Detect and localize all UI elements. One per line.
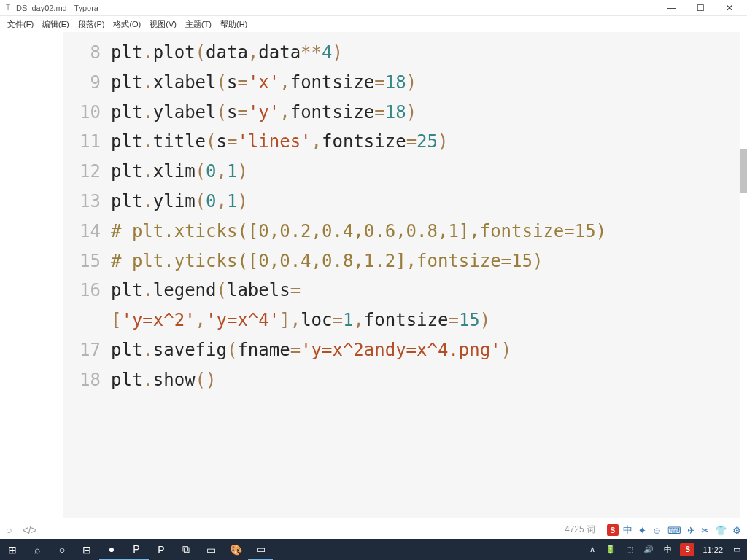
line-number: 9 <box>63 68 111 98</box>
app-icon: T <box>3 3 13 13</box>
taskbar-app-paint[interactable]: 🎨 <box>223 539 248 560</box>
outline-toggle-icon[interactable]: ○ <box>6 524 12 536</box>
code-line-9: 9 plt.xlabel(s='x',fontsize=18) <box>63 68 740 98</box>
start-button[interactable]: ⊞ <box>0 539 25 560</box>
line-number: 14 <box>63 217 111 246</box>
menu-paragraph[interactable]: 段落(P) <box>74 18 109 31</box>
code-line-15: 15 # plt.yticks([0,0.4,0.8,1.2],fontsize… <box>63 246 740 276</box>
tray-clock[interactable]: 11:22 <box>700 539 725 560</box>
line-number: 8 <box>63 38 111 68</box>
ime-emoji-icon[interactable]: ☺ <box>651 525 663 536</box>
search-button[interactable]: ⌕ <box>25 539 50 560</box>
code-line-16: 16 plt.legend(labels=['y=x^2','y=x^4'],l… <box>63 276 740 335</box>
code-line-11: 11 plt.title(s='lines',fontsize=25) <box>63 127 740 157</box>
tray-ime-icon[interactable]: 中 <box>662 539 674 560</box>
line-number: 16 <box>63 276 111 306</box>
maximize-button[interactable]: ☐ <box>686 0 715 16</box>
tray-sogou-icon[interactable]: S <box>680 543 694 556</box>
taskbar-app-chrome[interactable]: ● <box>99 539 124 560</box>
windows-taskbar: ⊞ ⌕ ○ ⊟ ● P P ⧉ ▭ 🎨 ▭ ∧ 🔋 ⬚ 🔊 中 S 11:22 … <box>0 539 747 560</box>
ime-plane-icon[interactable]: ✈ <box>686 525 697 536</box>
tray-overflow-icon[interactable]: ∧ <box>587 539 597 560</box>
code-line-12: 12 plt.xlim(0,1) <box>63 157 740 187</box>
ime-punct-icon[interactable]: ✦ <box>637 525 648 536</box>
line-number: 10 <box>63 98 111 128</box>
code-block[interactable]: 8 plt.plot(data,data**4) 9 plt.xlabel(s=… <box>63 32 740 518</box>
ime-bar: S 中 ✦ ☺ ⌨ ✈ ✂ 👕 ⚙ <box>0 521 747 539</box>
source-mode-icon[interactable]: </> <box>22 524 36 536</box>
titlebar: T DS_day02.md - Typora — ☐ ✕ <box>0 0 747 16</box>
ime-skin-icon[interactable]: 👕 <box>713 525 728 536</box>
line-number: 15 <box>63 246 111 276</box>
taskbar-app-ftp[interactable]: ⧉ <box>174 539 198 560</box>
taskbar-app-pycharm[interactable]: P <box>124 539 149 560</box>
editor-area[interactable]: 8 plt.plot(data,data**4) 9 plt.xlabel(s=… <box>0 32 747 521</box>
tray-battery-icon[interactable]: 🔋 <box>603 539 618 560</box>
cortana-button[interactable]: ○ <box>50 539 74 560</box>
sogou-ime-icon[interactable]: S <box>607 524 619 536</box>
taskview-button[interactable]: ⊟ <box>74 539 99 560</box>
word-count[interactable]: 4725 词 <box>565 524 595 536</box>
code-line-17: 17 plt.savefig(fname='y=x^2andy=x^4.png'… <box>63 335 740 365</box>
menu-view[interactable]: 视图(V) <box>145 18 181 31</box>
tray-network-icon[interactable]: ⬚ <box>624 539 635 560</box>
tray-volume-icon[interactable]: 🔊 <box>641 539 656 560</box>
menu-format[interactable]: 格式(O) <box>109 18 145 31</box>
close-button[interactable]: ✕ <box>715 0 744 16</box>
taskbar-app-p2[interactable]: P <box>149 539 174 560</box>
menu-help[interactable]: 帮助(H) <box>216 18 252 31</box>
menu-file[interactable]: 文件(F) <box>3 18 38 31</box>
line-number: 18 <box>63 365 111 395</box>
ime-settings-icon[interactable]: ⚙ <box>731 525 743 536</box>
ime-keyboard-icon[interactable]: ⌨ <box>666 525 683 536</box>
code-line-13: 13 plt.ylim(0,1) <box>63 187 740 217</box>
code-line-14: 14 # plt.xticks([0,0.2,0.4,0.6,0.8,1],fo… <box>63 217 740 246</box>
line-number: 12 <box>63 157 111 187</box>
code-line-10: 10 plt.ylabel(s='y',fontsize=18) <box>63 98 740 128</box>
menu-edit[interactable]: 编辑(E) <box>38 18 74 31</box>
line-number: 13 <box>63 187 111 217</box>
line-number: 11 <box>63 127 111 157</box>
taskbar-app-typora[interactable]: ▭ <box>248 539 273 560</box>
code-line-18: 18 plt.show() <box>63 365 740 395</box>
ime-lang[interactable]: 中 <box>622 524 634 537</box>
tray-notifications-icon[interactable]: ▭ <box>731 539 743 560</box>
scrollbar-thumb[interactable] <box>740 149 747 192</box>
minimize-button[interactable]: — <box>657 0 686 16</box>
menu-theme[interactable]: 主题(T) <box>181 18 216 31</box>
line-number: 17 <box>63 335 111 365</box>
code-line-8: 8 plt.plot(data,data**4) <box>63 38 740 68</box>
menubar: 文件(F) 编辑(E) 段落(P) 格式(O) 视图(V) 主题(T) 帮助(H… <box>0 16 747 32</box>
taskbar-app-notepad[interactable]: ▭ <box>198 539 223 560</box>
window-title: DS_day02.md - Typora <box>16 4 98 12</box>
ime-scissors-icon[interactable]: ✂ <box>700 525 711 536</box>
